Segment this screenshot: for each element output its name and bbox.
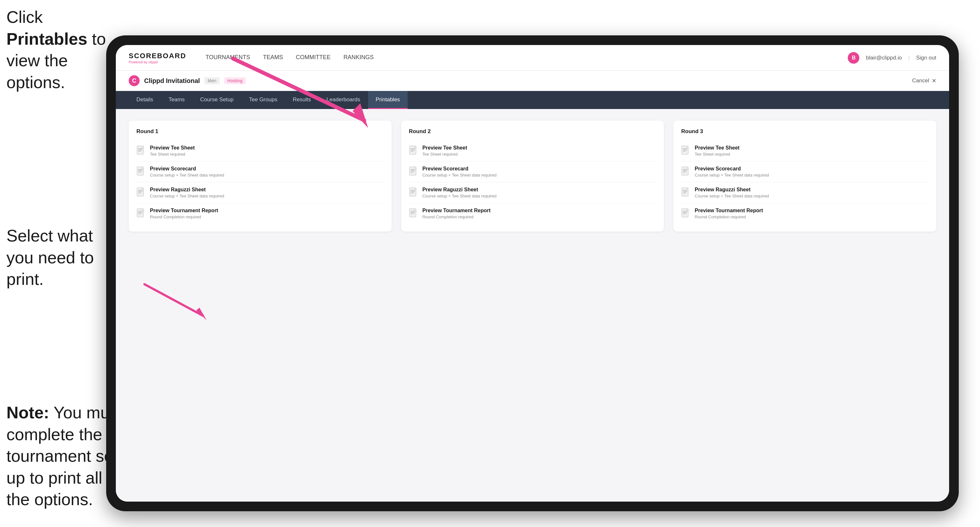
tab-leaderboards[interactable]: Leaderboards <box>319 91 368 109</box>
document-icon <box>681 167 690 177</box>
print-item-r1-1[interactable]: Preview ScorecardCourse setup + Tee Shee… <box>137 162 384 182</box>
print-item-r1-0[interactable]: Preview Tee SheetTee Sheet required <box>137 141 384 162</box>
document-icon <box>409 146 418 156</box>
print-item-r1-3[interactable]: Preview Tournament ReportRound Completio… <box>137 203 384 224</box>
print-item-r2-0[interactable]: Preview Tee SheetTee Sheet required <box>409 141 656 162</box>
print-info-r3-2: Preview Raguzzi SheetCourse setup + Tee … <box>695 187 769 198</box>
round-1-title: Round 1 <box>137 128 384 135</box>
print-item-requirement: Course setup + Tee Sheet data required <box>695 194 769 198</box>
print-info-r2-2: Preview Raguzzi SheetCourse setup + Tee … <box>422 187 497 198</box>
document-icon <box>409 208 418 219</box>
cancel-button[interactable]: Cancel ✕ <box>912 78 936 84</box>
print-info-r1-3: Preview Tournament ReportRound Completio… <box>150 208 218 219</box>
print-info-r3-3: Preview Tournament ReportRound Completio… <box>695 208 763 219</box>
print-item-r3-2[interactable]: Preview Raguzzi SheetCourse setup + Tee … <box>681 182 929 203</box>
scoreboard-logo: SCOREBOARD <box>129 52 186 60</box>
document-icon <box>681 146 690 156</box>
annotation-note-bold: Note: <box>6 403 49 422</box>
tournament-name: Clippd Invitational <box>144 77 200 84</box>
user-email: blair@clippd.io <box>866 55 902 61</box>
document-icon <box>137 208 145 219</box>
tournament-header: C Clippd Invitational Men Hosting Cancel… <box>116 71 949 91</box>
print-item-r3-3[interactable]: Preview Tournament ReportRound Completio… <box>681 203 929 224</box>
rounds-grid: Round 1 Preview Tee SheetTee Sheet requi… <box>129 121 936 232</box>
powered-by: Powered by clippd <box>129 60 186 64</box>
round-2-section: Round 2 Preview Tee SheetTee Sheet requi… <box>401 121 664 232</box>
tab-course-setup[interactable]: Course Setup <box>192 91 241 109</box>
print-item-r2-2[interactable]: Preview Raguzzi SheetCourse setup + Tee … <box>409 182 656 203</box>
print-item-requirement: Course setup + Tee Sheet data required <box>422 173 497 178</box>
print-item-r1-2[interactable]: Preview Raguzzi SheetCourse setup + Tee … <box>137 182 384 203</box>
print-item-r2-3[interactable]: Preview Tournament ReportRound Completio… <box>409 203 656 224</box>
top-nav-right: B blair@clippd.io | Sign out <box>848 52 936 63</box>
tab-teams[interactable]: Teams <box>161 91 192 109</box>
print-item-name: Preview Scorecard <box>150 166 224 172</box>
document-icon <box>409 167 418 177</box>
document-icon <box>681 187 690 198</box>
close-icon: ✕ <box>932 78 936 84</box>
round-3-section: Round 3 Preview Tee SheetTee Sheet requi… <box>673 121 936 232</box>
tab-tee-groups[interactable]: Tee Groups <box>241 91 285 109</box>
tab-details[interactable]: Details <box>129 91 161 109</box>
print-item-r3-0[interactable]: Preview Tee SheetTee Sheet required <box>681 141 929 162</box>
print-info-r3-0: Preview Tee SheetTee Sheet required <box>695 145 739 157</box>
print-info-r3-1: Preview ScorecardCourse setup + Tee Shee… <box>695 166 769 178</box>
print-item-requirement: Course setup + Tee Sheet data required <box>422 194 497 198</box>
print-item-requirement: Round Completion required <box>422 214 491 219</box>
annotation-top: Click Printables to view the options. <box>6 6 116 93</box>
document-icon <box>137 187 145 198</box>
annotation-middle: Select what you need to print. <box>6 225 116 290</box>
top-nav: SCOREBOARD Powered by clippd TOURNAMENTS… <box>116 45 949 71</box>
nav-teams[interactable]: TEAMS <box>263 51 283 64</box>
user-avatar: B <box>848 52 859 63</box>
print-info-r1-1: Preview ScorecardCourse setup + Tee Shee… <box>150 166 224 178</box>
print-item-requirement: Course setup + Tee Sheet data required <box>695 173 769 178</box>
tab-printables[interactable]: Printables <box>368 91 408 109</box>
print-item-name: Preview Raguzzi Sheet <box>150 187 224 193</box>
separator: | <box>908 55 910 61</box>
document-icon <box>409 187 418 198</box>
nav-tournaments[interactable]: TOURNAMENTS <box>205 51 250 64</box>
print-item-requirement: Tee Sheet required <box>422 152 467 157</box>
print-info-r2-3: Preview Tournament ReportRound Completio… <box>422 208 491 219</box>
round-3-title: Round 3 <box>681 128 929 135</box>
sub-tabs: Details Teams Course Setup Tee Groups Re… <box>116 91 949 109</box>
tablet-device: SCOREBOARD Powered by clippd TOURNAMENTS… <box>106 35 959 511</box>
print-item-requirement: Tee Sheet required <box>695 152 739 157</box>
print-item-requirement: Course setup + Tee Sheet data required <box>150 173 224 178</box>
print-info-r1-2: Preview Raguzzi SheetCourse setup + Tee … <box>150 187 224 198</box>
gender-badge: Men <box>204 77 220 84</box>
print-item-r3-1[interactable]: Preview ScorecardCourse setup + Tee Shee… <box>681 162 929 182</box>
logo-area: SCOREBOARD Powered by clippd <box>129 52 186 64</box>
top-nav-links: TOURNAMENTS TEAMS COMMITTEE RANKINGS <box>205 51 848 64</box>
print-item-name: Preview Tournament Report <box>150 208 218 214</box>
nav-committee[interactable]: COMMITTEE <box>296 51 331 64</box>
print-info-r1-0: Preview Tee SheetTee Sheet required <box>150 145 195 157</box>
sign-out-link[interactable]: Sign out <box>916 55 936 61</box>
tab-results[interactable]: Results <box>285 91 319 109</box>
document-icon <box>137 146 145 156</box>
annotation-bold: Printables <box>6 30 87 48</box>
print-item-name: Preview Tee Sheet <box>150 145 195 151</box>
print-info-r2-1: Preview ScorecardCourse setup + Tee Shee… <box>422 166 497 178</box>
print-item-r2-1[interactable]: Preview ScorecardCourse setup + Tee Shee… <box>409 162 656 182</box>
print-item-name: Preview Raguzzi Sheet <box>422 187 497 193</box>
tablet-screen: SCOREBOARD Powered by clippd TOURNAMENTS… <box>116 45 949 502</box>
document-icon <box>137 167 145 177</box>
round-2-title: Round 2 <box>409 128 656 135</box>
print-item-name: Preview Tournament Report <box>695 208 763 214</box>
print-item-name: Preview Scorecard <box>422 166 497 172</box>
document-icon <box>681 208 690 219</box>
hosting-badge: Hosting <box>224 77 246 84</box>
print-item-name: Preview Tee Sheet <box>422 145 467 151</box>
print-item-name: Preview Scorecard <box>695 166 769 172</box>
nav-rankings[interactable]: RANKINGS <box>344 51 374 64</box>
content-area: Round 1 Preview Tee SheetTee Sheet requi… <box>116 109 949 502</box>
tournament-title-area: C Clippd Invitational Men Hosting <box>129 75 246 86</box>
print-item-name: Preview Tournament Report <box>422 208 491 214</box>
print-item-name: Preview Raguzzi Sheet <box>695 187 769 193</box>
print-item-requirement: Round Completion required <box>150 214 218 219</box>
round-1-section: Round 1 Preview Tee SheetTee Sheet requi… <box>129 121 391 232</box>
print-item-requirement: Round Completion required <box>695 214 763 219</box>
print-info-r2-0: Preview Tee SheetTee Sheet required <box>422 145 467 157</box>
